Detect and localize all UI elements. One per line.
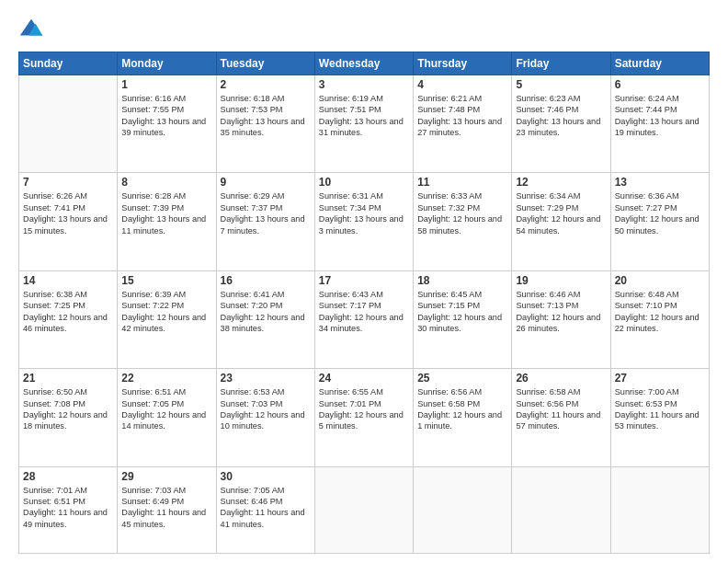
calendar-cell: 24Sunrise: 6:55 AM Sunset: 7:01 PM Dayli… [314, 369, 413, 466]
cell-info: Sunrise: 7:05 AM Sunset: 6:46 PM Dayligh… [221, 485, 311, 531]
calendar-cell: 28Sunrise: 7:01 AM Sunset: 6:51 PM Dayli… [19, 466, 118, 553]
calendar-cell [19, 75, 118, 173]
day-number: 28 [23, 470, 113, 483]
cell-info: Sunrise: 6:38 AM Sunset: 7:25 PM Dayligh… [23, 289, 113, 335]
calendar-cell [610, 466, 709, 553]
day-number: 27 [615, 372, 705, 385]
weekday-header: Saturday [610, 52, 709, 75]
calendar-cell [314, 466, 413, 553]
calendar-cell: 26Sunrise: 6:58 AM Sunset: 6:56 PM Dayli… [512, 369, 610, 466]
calendar-cell: 4Sunrise: 6:21 AM Sunset: 7:48 PM Daylig… [414, 75, 512, 173]
day-number: 20 [615, 274, 705, 287]
calendar-week-row: 7Sunrise: 6:26 AM Sunset: 7:41 PM Daylig… [19, 173, 710, 270]
calendar-cell: 7Sunrise: 6:26 AM Sunset: 7:41 PM Daylig… [19, 173, 118, 270]
logo-icon [18, 17, 44, 42]
cell-info: Sunrise: 6:28 AM Sunset: 7:39 PM Dayligh… [121, 190, 211, 236]
day-number: 17 [319, 274, 409, 287]
weekday-header: Wednesday [314, 52, 413, 75]
calendar-cell: 1Sunrise: 6:16 AM Sunset: 7:55 PM Daylig… [118, 75, 216, 173]
weekday-header: Friday [512, 52, 610, 75]
cell-info: Sunrise: 6:23 AM Sunset: 7:46 PM Dayligh… [516, 93, 606, 139]
cell-info: Sunrise: 6:45 AM Sunset: 7:15 PM Dayligh… [417, 289, 507, 335]
calendar-cell: 10Sunrise: 6:31 AM Sunset: 7:34 PM Dayli… [314, 173, 413, 270]
page: SundayMondayTuesdayWednesdayThursdayFrid… [0, 0, 728, 563]
day-number: 4 [417, 78, 507, 91]
day-number: 6 [615, 78, 705, 91]
cell-info: Sunrise: 6:18 AM Sunset: 7:53 PM Dayligh… [221, 93, 311, 139]
cell-info: Sunrise: 6:50 AM Sunset: 7:08 PM Dayligh… [23, 386, 113, 432]
cell-info: Sunrise: 6:58 AM Sunset: 6:56 PM Dayligh… [516, 386, 606, 432]
day-number: 19 [516, 274, 606, 287]
calendar-cell: 30Sunrise: 7:05 AM Sunset: 6:46 PM Dayli… [216, 466, 314, 553]
cell-info: Sunrise: 6:34 AM Sunset: 7:29 PM Dayligh… [516, 190, 606, 236]
day-number: 25 [417, 372, 507, 385]
calendar-cell: 6Sunrise: 6:24 AM Sunset: 7:44 PM Daylig… [610, 75, 709, 173]
day-number: 29 [121, 470, 211, 483]
day-number: 30 [221, 470, 311, 483]
cell-info: Sunrise: 6:24 AM Sunset: 7:44 PM Dayligh… [615, 93, 705, 139]
calendar-cell: 29Sunrise: 7:03 AM Sunset: 6:49 PM Dayli… [118, 466, 216, 553]
day-number: 15 [121, 274, 211, 287]
calendar-cell: 21Sunrise: 6:50 AM Sunset: 7:08 PM Dayli… [19, 369, 118, 466]
weekday-header: Tuesday [216, 52, 314, 75]
cell-info: Sunrise: 7:01 AM Sunset: 6:51 PM Dayligh… [23, 485, 113, 531]
cell-info: Sunrise: 6:43 AM Sunset: 7:17 PM Dayligh… [319, 289, 409, 335]
calendar-week-row: 1Sunrise: 6:16 AM Sunset: 7:55 PM Daylig… [19, 75, 710, 173]
cell-info: Sunrise: 6:53 AM Sunset: 7:03 PM Dayligh… [221, 386, 311, 432]
calendar-cell: 27Sunrise: 7:00 AM Sunset: 6:53 PM Dayli… [610, 369, 709, 466]
day-number: 23 [221, 372, 311, 385]
cell-info: Sunrise: 7:00 AM Sunset: 6:53 PM Dayligh… [615, 386, 705, 432]
weekday-header: Thursday [414, 52, 512, 75]
day-number: 26 [516, 372, 606, 385]
cell-info: Sunrise: 6:55 AM Sunset: 7:01 PM Dayligh… [319, 386, 409, 432]
day-number: 14 [23, 274, 113, 287]
cell-info: Sunrise: 6:36 AM Sunset: 7:27 PM Dayligh… [615, 190, 705, 236]
calendar-cell: 8Sunrise: 6:28 AM Sunset: 7:39 PM Daylig… [118, 173, 216, 270]
day-number: 21 [23, 372, 113, 385]
cell-info: Sunrise: 6:21 AM Sunset: 7:48 PM Dayligh… [417, 93, 507, 139]
day-number: 2 [221, 78, 311, 91]
header [18, 17, 710, 42]
calendar-cell: 16Sunrise: 6:41 AM Sunset: 7:20 PM Dayli… [216, 270, 314, 368]
day-number: 8 [121, 176, 211, 189]
calendar-cell: 12Sunrise: 6:34 AM Sunset: 7:29 PM Dayli… [512, 173, 610, 270]
cell-info: Sunrise: 7:03 AM Sunset: 6:49 PM Dayligh… [121, 485, 211, 531]
calendar-week-row: 14Sunrise: 6:38 AM Sunset: 7:25 PM Dayli… [19, 270, 710, 368]
calendar-cell: 5Sunrise: 6:23 AM Sunset: 7:46 PM Daylig… [512, 75, 610, 173]
day-number: 11 [417, 176, 507, 189]
weekday-header: Monday [118, 52, 216, 75]
calendar-cell: 13Sunrise: 6:36 AM Sunset: 7:27 PM Dayli… [610, 173, 709, 270]
day-number: 7 [23, 176, 113, 189]
logo [18, 17, 48, 42]
cell-info: Sunrise: 6:41 AM Sunset: 7:20 PM Dayligh… [221, 289, 311, 335]
calendar-cell [512, 466, 610, 553]
calendar-cell: 9Sunrise: 6:29 AM Sunset: 7:37 PM Daylig… [216, 173, 314, 270]
day-number: 18 [417, 274, 507, 287]
cell-info: Sunrise: 6:46 AM Sunset: 7:13 PM Dayligh… [516, 289, 606, 335]
cell-info: Sunrise: 6:29 AM Sunset: 7:37 PM Dayligh… [221, 190, 311, 236]
cell-info: Sunrise: 6:31 AM Sunset: 7:34 PM Dayligh… [319, 190, 409, 236]
calendar-week-row: 28Sunrise: 7:01 AM Sunset: 6:51 PM Dayli… [19, 466, 710, 553]
calendar-cell: 25Sunrise: 6:56 AM Sunset: 6:58 PM Dayli… [414, 369, 512, 466]
day-number: 1 [121, 78, 211, 91]
day-number: 22 [121, 372, 211, 385]
day-number: 5 [516, 78, 606, 91]
cell-info: Sunrise: 6:51 AM Sunset: 7:05 PM Dayligh… [121, 386, 211, 432]
calendar-cell: 3Sunrise: 6:19 AM Sunset: 7:51 PM Daylig… [314, 75, 413, 173]
calendar-cell: 20Sunrise: 6:48 AM Sunset: 7:10 PM Dayli… [610, 270, 709, 368]
calendar-cell: 15Sunrise: 6:39 AM Sunset: 7:22 PM Dayli… [118, 270, 216, 368]
cell-info: Sunrise: 6:39 AM Sunset: 7:22 PM Dayligh… [121, 289, 211, 335]
calendar-header-row: SundayMondayTuesdayWednesdayThursdayFrid… [19, 52, 710, 75]
calendar-table: SundayMondayTuesdayWednesdayThursdayFrid… [18, 52, 710, 554]
day-number: 9 [221, 176, 311, 189]
cell-info: Sunrise: 6:33 AM Sunset: 7:32 PM Dayligh… [417, 190, 507, 236]
calendar-week-row: 21Sunrise: 6:50 AM Sunset: 7:08 PM Dayli… [19, 369, 710, 466]
calendar-cell: 18Sunrise: 6:45 AM Sunset: 7:15 PM Dayli… [414, 270, 512, 368]
day-number: 13 [615, 176, 705, 189]
cell-info: Sunrise: 6:19 AM Sunset: 7:51 PM Dayligh… [319, 93, 409, 139]
calendar-cell: 19Sunrise: 6:46 AM Sunset: 7:13 PM Dayli… [512, 270, 610, 368]
day-number: 3 [319, 78, 409, 91]
cell-info: Sunrise: 6:26 AM Sunset: 7:41 PM Dayligh… [23, 190, 113, 236]
cell-info: Sunrise: 6:16 AM Sunset: 7:55 PM Dayligh… [121, 93, 211, 139]
calendar-cell: 22Sunrise: 6:51 AM Sunset: 7:05 PM Dayli… [118, 369, 216, 466]
